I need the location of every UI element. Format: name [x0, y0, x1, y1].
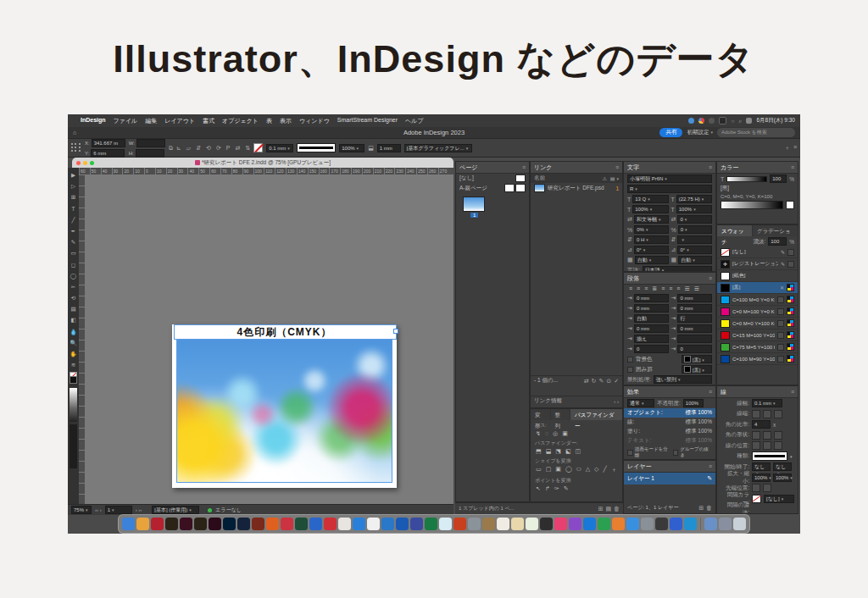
placed-image-frame[interactable]	[176, 339, 392, 483]
menubar-item-1[interactable]: ファイル	[114, 117, 138, 125]
swatch-row-4[interactable]: C=100 M=0 Y=0 K=0	[717, 294, 798, 306]
pathfinder-btn-3-2[interactable]: ✑	[554, 485, 559, 492]
dock-icon-onedrive[interactable]	[439, 518, 452, 530]
character-field-5-0[interactable]: 0°	[634, 246, 669, 254]
page-number-dropdown[interactable]: 1	[105, 506, 132, 514]
document-canvas[interactable]: 4色印刷（CMYK）	[85, 174, 453, 504]
menubar-item-9[interactable]: SmartStream Designer	[337, 117, 398, 125]
pathfinder-btn-1-1[interactable]: ⬓	[546, 448, 552, 455]
align-btn-2[interactable]: ≡	[644, 285, 648, 292]
dock-icon-documents-folder[interactable]	[719, 518, 732, 530]
links-icon-0[interactable]: ⇄	[584, 378, 589, 385]
dock-icon-music[interactable]	[554, 518, 567, 530]
stroke-option-btn[interactable]	[752, 431, 760, 440]
dock-icon-podcasts[interactable]	[569, 518, 581, 530]
stroke-width-field[interactable]: 0.1 mm	[752, 399, 782, 407]
control-bar-icon-0[interactable]: ＋	[784, 144, 790, 152]
dock-icon-app-dark[interactable]	[655, 518, 668, 530]
pathfinder-btn-0-0[interactable]: ↯	[536, 430, 541, 437]
character-field-2-0[interactable]: 和文等幅	[634, 215, 669, 224]
dock-icon-adobe-br[interactable]	[237, 518, 250, 530]
character-field-3-0[interactable]: 0%	[634, 225, 668, 234]
stroke-color-none-swatch[interactable]	[253, 143, 263, 152]
pathfinder-btn-2-1[interactable]: ▢	[546, 466, 552, 474]
swatch-row-1[interactable]: ✛[レジストレーション]✎	[717, 258, 798, 270]
tool-icon-17[interactable]: ≋	[71, 359, 75, 370]
dock-icon-adobe-an[interactable]	[194, 518, 207, 530]
pathfinder-btn-1-0[interactable]: ⬒	[536, 448, 542, 455]
stroke-two-b[interactable]: 100%	[773, 473, 792, 482]
document-window-titlebar[interactable]: *研究レポート DFE 2.indd @ 75% [GPUプレビュー]	[72, 158, 453, 168]
page-nav-next[interactable]: › ››	[136, 507, 142, 512]
paragraph-field-0-1[interactable]: 0 mm	[677, 294, 712, 302]
panel-menu-icon[interactable]: ≡	[791, 164, 794, 170]
paragraph-field-3-0[interactable]: 0 mm	[634, 324, 669, 333]
fill-stroke-swatches[interactable]	[70, 372, 77, 384]
swatch-tint-field[interactable]: 100	[768, 237, 787, 246]
paragraph-field-1-0[interactable]: 0 mm	[634, 304, 669, 313]
menubar-item-7[interactable]: 表示	[280, 117, 292, 125]
zoom-level-dropdown[interactable]: 75%	[71, 506, 92, 514]
paragraph-field-4-0[interactable]: 揃え	[634, 335, 669, 343]
paragraph-select-0[interactable]: 強い禁則	[654, 375, 712, 384]
dock-icon-adobe-ai[interactable]	[165, 518, 178, 530]
dock-icon-app-red[interactable]	[281, 518, 293, 530]
dock-icon-app-orange[interactable]	[612, 518, 625, 530]
checkbox[interactable]	[627, 367, 633, 373]
screen-mode-block[interactable]	[70, 424, 77, 468]
pathfinder-btn-2-6[interactable]: ◇	[594, 466, 598, 474]
tool-icon-1[interactable]: ▷	[71, 180, 75, 191]
dock-icon-keynote[interactable]	[511, 518, 524, 530]
tool-icon-9[interactable]: ◯	[70, 270, 76, 281]
stroke-option-btn[interactable]	[774, 431, 782, 440]
swatches-tab-1[interactable]: グラデーション	[753, 225, 798, 236]
dock-icon-mail[interactable]	[684, 518, 697, 530]
page-nav-prev[interactable]: ‹‹ ‹	[95, 507, 102, 512]
align-btn-6[interactable]: ≡	[676, 285, 680, 292]
swatch-row-9[interactable]: C=100 M=90 Y=10 K=0	[717, 353, 798, 365]
pathfinder-btn-2-5[interactable]: △	[586, 466, 590, 474]
swatch-row-6[interactable]: C=0 M=0 Y=100 K=0	[717, 318, 798, 329]
dock-icon-app-white[interactable]	[338, 518, 351, 530]
pathfinder-btn-2-0[interactable]: ▭	[536, 466, 542, 474]
swatch-row-5[interactable]: C=0 M=100 Y=0 K=0	[717, 306, 798, 318]
menubar-item-6[interactable]: 表	[266, 117, 272, 125]
tool-icon-0[interactable]: ▶	[71, 169, 75, 180]
pathfinder-btn-2-2[interactable]: ▣	[555, 466, 561, 474]
pathfinder-btn-1-4[interactable]: ◫	[576, 448, 581, 455]
swatches-tab-0[interactable]: スウォッチ	[717, 225, 752, 236]
dock-icon-notes[interactable]	[497, 518, 509, 530]
menubar-item-3[interactable]: レイアウト	[164, 117, 195, 125]
dock-icon-teams[interactable]	[410, 518, 423, 530]
page-1-thumbnail[interactable]	[463, 197, 485, 212]
transform-icon-2[interactable]: ⇵	[196, 145, 201, 152]
dock-icon-edge[interactable]	[381, 518, 394, 530]
effects-row-1[interactable]: 線:標準 100%	[624, 418, 715, 427]
stroke-option-btn[interactable]	[763, 431, 771, 440]
character-field-6-1[interactable]: 自動	[678, 256, 712, 264]
character-field-2-1[interactable]: 0	[677, 215, 712, 224]
dock-icon-settings[interactable]	[641, 518, 654, 530]
effect-opacity-field[interactable]: 100%	[339, 144, 364, 152]
bluetooth-icon[interactable]	[688, 118, 694, 124]
font-style-dropdown[interactable]: R	[627, 185, 712, 193]
checkbox[interactable]	[627, 357, 633, 363]
transform-icon-5[interactable]: P	[226, 145, 231, 152]
layers-icon-0[interactable]: ⊞	[698, 505, 704, 512]
tool-icon-16[interactable]: ✋	[70, 348, 76, 359]
align-btn-1[interactable]: ≡	[637, 285, 640, 292]
swatch-row-3[interactable]: [黒]✕	[717, 282, 798, 294]
dock-icon-app-blue[interactable]	[309, 518, 322, 530]
character-field-1-1[interactable]: 100%	[676, 205, 712, 213]
font-family-dropdown[interactable]: 小塚明朝 Pr6N	[627, 174, 712, 183]
isolate-blending-checkbox[interactable]	[627, 450, 633, 456]
panel-menu-icon[interactable]: ≡	[709, 389, 712, 395]
dock-icon-launchpad[interactable]	[136, 518, 149, 530]
control-bar-icon-1[interactable]: ≡	[793, 144, 797, 152]
links-icon-1[interactable]: ↻	[592, 378, 597, 385]
paragraph-field-3-1[interactable]: 0 mm	[677, 324, 712, 333]
miter-limit-field[interactable]: 4	[752, 420, 771, 429]
pathfinder-btn-1-3[interactable]: ⬕	[565, 448, 571, 455]
paragraph-field-5-0[interactable]: 0	[634, 345, 669, 353]
display-icon[interactable]	[719, 117, 726, 125]
